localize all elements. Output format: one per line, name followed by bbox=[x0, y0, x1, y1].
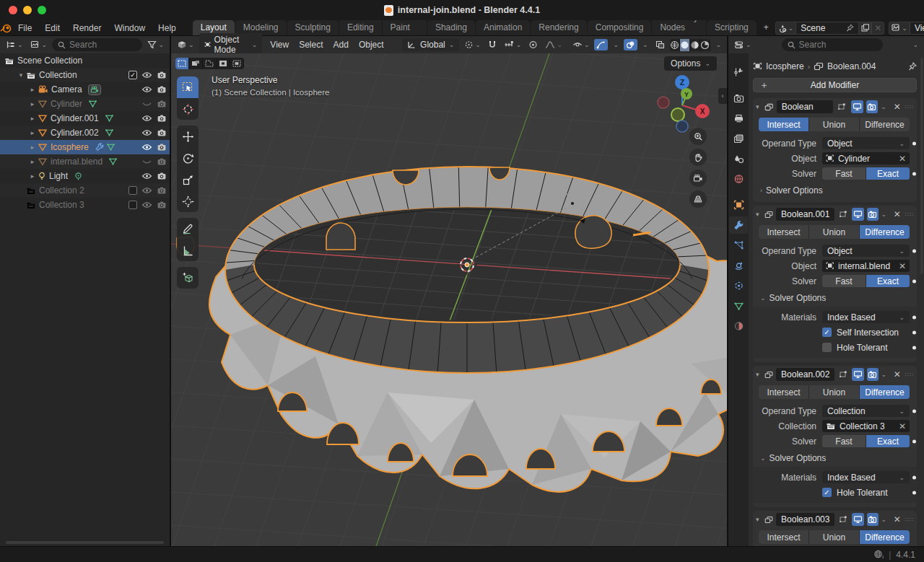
operand-type-select[interactable]: Collection⌄ bbox=[822, 405, 910, 417]
operation-intersect-button[interactable]: Intersect bbox=[759, 118, 809, 131]
move-view-button[interactable] bbox=[689, 149, 707, 166]
outliner-row-cylinder-001[interactable]: ▸Cylinder.001 bbox=[0, 111, 170, 126]
properties-scene-tab[interactable] bbox=[729, 150, 748, 167]
delete-modifier-button[interactable]: ✕ bbox=[892, 514, 902, 524]
properties-output-tab[interactable] bbox=[729, 110, 748, 127]
decorator-dot[interactable] bbox=[912, 475, 916, 479]
outliner-row-light[interactable]: ▸Light bbox=[0, 169, 170, 183]
modifier-name-field[interactable]: Boolean.003 bbox=[776, 513, 834, 526]
scene-name-field[interactable]: Scene bbox=[796, 22, 858, 35]
move-tool-button[interactable] bbox=[177, 126, 199, 147]
expander-icon[interactable]: ▸ bbox=[27, 129, 38, 136]
close-window-button[interactable] bbox=[9, 6, 17, 14]
cursor-tool-button[interactable] bbox=[177, 98, 199, 120]
clear-target-button[interactable]: ✕ bbox=[899, 261, 906, 271]
xray-toggle-button[interactable] bbox=[653, 39, 667, 51]
snap-toggle-button[interactable] bbox=[486, 39, 499, 51]
delete-modifier-button[interactable]: ✕ bbox=[892, 102, 902, 112]
outliner-horizontal-scrollbar[interactable] bbox=[6, 541, 164, 544]
hide-viewport-toggle[interactable] bbox=[141, 201, 152, 209]
rotate-tool-button[interactable] bbox=[177, 147, 199, 169]
properties-options-dropdown[interactable]: ⌄ bbox=[910, 40, 920, 50]
collection-checkbox[interactable]: ✓ bbox=[128, 186, 137, 195]
properties-view-layer-tab[interactable] bbox=[729, 130, 748, 147]
decorator-dot[interactable] bbox=[912, 346, 916, 349]
viewport-menu-add[interactable]: Add bbox=[328, 38, 354, 51]
outliner-row-camera[interactable]: ▸Camera bbox=[0, 82, 170, 97]
scale-tool-button[interactable] bbox=[177, 169, 199, 190]
solver-exact-button[interactable]: Exact bbox=[866, 167, 910, 180]
delete-modifier-button[interactable]: ✕ bbox=[892, 209, 902, 219]
clear-target-button[interactable]: ✕ bbox=[899, 154, 906, 164]
outliner-row-collection-3[interactable]: Collection 3✓ bbox=[0, 198, 170, 212]
browse-scene-button[interactable]: ⌄ bbox=[775, 22, 797, 35]
menu-render[interactable]: Render bbox=[66, 20, 108, 35]
hide-viewport-toggle[interactable] bbox=[141, 186, 152, 195]
disable-render-toggle[interactable] bbox=[157, 143, 167, 152]
viewport-menu-object[interactable]: Object bbox=[354, 38, 389, 51]
properties-tool-tab[interactable] bbox=[729, 63, 748, 81]
annotate-tool-button[interactable] bbox=[177, 218, 199, 240]
outliner-editor-type-button[interactable]: ⌄ bbox=[4, 39, 25, 51]
blender-logo-icon[interactable] bbox=[0, 20, 12, 35]
operand-type-select[interactable]: Object⌄ bbox=[822, 137, 910, 149]
transform-tool-button[interactable] bbox=[177, 190, 199, 212]
properties-render-tab[interactable] bbox=[729, 89, 748, 107]
hide-viewport-toggle[interactable] bbox=[141, 114, 152, 123]
outliner-row-scene-collection[interactable]: Scene Collection bbox=[0, 53, 170, 68]
modifier-name-field[interactable]: Boolean.002 bbox=[776, 368, 834, 381]
menu-edit[interactable]: Edit bbox=[38, 20, 66, 35]
realtime-display-toggle[interactable] bbox=[852, 513, 863, 526]
edit-mode-display-toggle[interactable] bbox=[837, 208, 849, 221]
panel-expand-icon[interactable]: ▾ bbox=[756, 516, 762, 523]
properties-object-tab[interactable] bbox=[729, 196, 748, 214]
properties-material-tab[interactable] bbox=[729, 317, 748, 335]
realtime-display-toggle[interactable] bbox=[852, 208, 863, 221]
operand-type-select[interactable]: Object⌄ bbox=[822, 245, 910, 257]
outliner-display-mode-button[interactable]: ⌄ bbox=[28, 39, 50, 51]
decorator-dot[interactable] bbox=[912, 279, 916, 283]
collection-checkbox[interactable]: ✓ bbox=[128, 71, 137, 79]
properties-editor-type-button[interactable]: ⌄ bbox=[732, 39, 754, 51]
zoom-window-button[interactable] bbox=[38, 6, 46, 14]
expander-icon[interactable]: ▸ bbox=[27, 158, 38, 165]
decorator-dot[interactable] bbox=[912, 439, 916, 443]
workspace-tab-rendering[interactable]: Rendering bbox=[531, 20, 586, 35]
solver-fast-button[interactable]: Fast bbox=[822, 435, 866, 447]
shading-rendered-button[interactable] bbox=[700, 39, 710, 51]
materials-select[interactable]: Index Based⌄ bbox=[822, 311, 910, 323]
disable-render-toggle[interactable] bbox=[157, 172, 167, 180]
hide-viewport-toggle[interactable] bbox=[141, 100, 152, 108]
outliner-search-input[interactable]: Search bbox=[52, 38, 142, 51]
new-scene-button[interactable] bbox=[858, 22, 871, 35]
operation-intersect-button[interactable]: Intersect bbox=[759, 385, 809, 399]
object-visibility-button[interactable]: ⌄ bbox=[570, 40, 592, 51]
disable-render-toggle[interactable] bbox=[157, 71, 167, 79]
properties-world-tab[interactable] bbox=[729, 170, 748, 188]
menu-window[interactable]: Window bbox=[108, 20, 152, 35]
select-invert-mode-button[interactable] bbox=[217, 58, 230, 69]
operand-target-field[interactable]: internal.blend✕ bbox=[822, 260, 910, 272]
zoom-view-button[interactable] bbox=[689, 128, 707, 145]
operation-union-button[interactable]: Union bbox=[809, 385, 860, 399]
outliner-row-cylinder[interactable]: ▸Cylinder bbox=[0, 97, 170, 111]
transform-orientation-selector[interactable]: Global ⌄ bbox=[402, 38, 459, 51]
operation-union-button[interactable]: Union bbox=[809, 118, 860, 131]
select-box-tool-button[interactable] bbox=[177, 76, 199, 98]
properties-data-tab[interactable] bbox=[729, 297, 748, 315]
properties-search-input[interactable]: Search bbox=[782, 38, 883, 51]
realtime-display-toggle[interactable] bbox=[851, 100, 863, 113]
modifier-extras-dropdown[interactable]: ⌄ bbox=[881, 516, 889, 523]
outliner-row-icosphere[interactable]: ▸Icosphere bbox=[0, 140, 170, 154]
workspace-tab-sculpting[interactable]: Sculpting bbox=[287, 20, 339, 35]
pivot-point-button[interactable]: ⌄ bbox=[462, 39, 483, 51]
viewport-editor-type-button[interactable]: ⌄ bbox=[175, 39, 196, 51]
select-set-mode-button[interactable] bbox=[175, 58, 189, 69]
render-display-toggle[interactable] bbox=[866, 100, 879, 113]
disable-render-toggle[interactable] bbox=[157, 128, 167, 137]
menu-help[interactable]: Help bbox=[152, 20, 183, 35]
decorator-dot[interactable] bbox=[912, 172, 916, 175]
disable-render-toggle[interactable] bbox=[157, 100, 167, 108]
add-workspace-button[interactable]: + bbox=[757, 20, 775, 35]
shading-solid-button[interactable] bbox=[680, 39, 690, 51]
